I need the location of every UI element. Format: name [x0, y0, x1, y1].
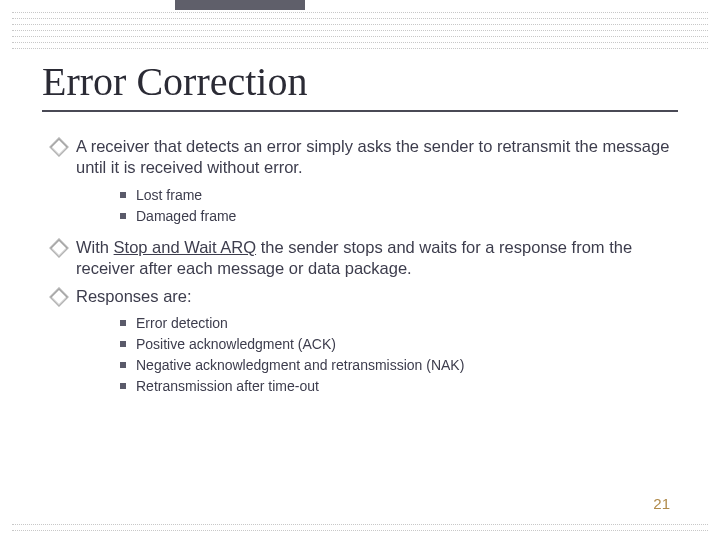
- sub-text: Lost frame: [136, 187, 202, 203]
- sub-bullet-nak: Negative acknowledgment and retransmissi…: [118, 355, 678, 376]
- sub-bullet-ack: Positive acknowledgment (ACK): [118, 334, 678, 355]
- bullet-text: Responses are:: [76, 287, 192, 305]
- sub-bullet-timeout: Retransmission after time-out: [118, 376, 678, 397]
- bullet-receiver-retransmit: A receiver that detects an error simply …: [52, 136, 678, 227]
- bullet-stop-and-wait: With Stop and Wait ARQ the sender stops …: [52, 237, 678, 280]
- sub-list-frame-errors: Lost frame Damaged frame: [76, 185, 678, 227]
- page-number: 21: [653, 495, 670, 512]
- sub-text: Damaged frame: [136, 208, 236, 224]
- bullet-text-pre: With: [76, 238, 114, 256]
- top-tab-decoration: [175, 0, 305, 10]
- sub-list-responses: Error detection Positive acknowledgment …: [76, 313, 678, 397]
- sub-text: Error detection: [136, 315, 228, 331]
- title-underline: [42, 110, 678, 112]
- slide-title: Error Correction: [42, 58, 678, 105]
- main-list: A receiver that detects an error simply …: [42, 136, 678, 397]
- bottom-rule-lines: [12, 524, 708, 536]
- sub-bullet-error-detection: Error detection: [118, 313, 678, 334]
- sub-bullet-lost-frame: Lost frame: [118, 185, 678, 206]
- sub-text: Negative acknowledgment and retransmissi…: [136, 357, 464, 373]
- bullet-responses: Responses are: Error detection Positive …: [52, 286, 678, 397]
- bullet-text: A receiver that detects an error simply …: [76, 137, 669, 176]
- sub-text: Retransmission after time-out: [136, 378, 319, 394]
- sub-text: Positive acknowledgment (ACK): [136, 336, 336, 352]
- bullet-text-underline: Stop and Wait ARQ: [114, 238, 256, 256]
- sub-bullet-damaged-frame: Damaged frame: [118, 206, 678, 227]
- top-rule-lines: [12, 12, 708, 54]
- slide-content: Error Correction A receiver that detects…: [42, 58, 678, 407]
